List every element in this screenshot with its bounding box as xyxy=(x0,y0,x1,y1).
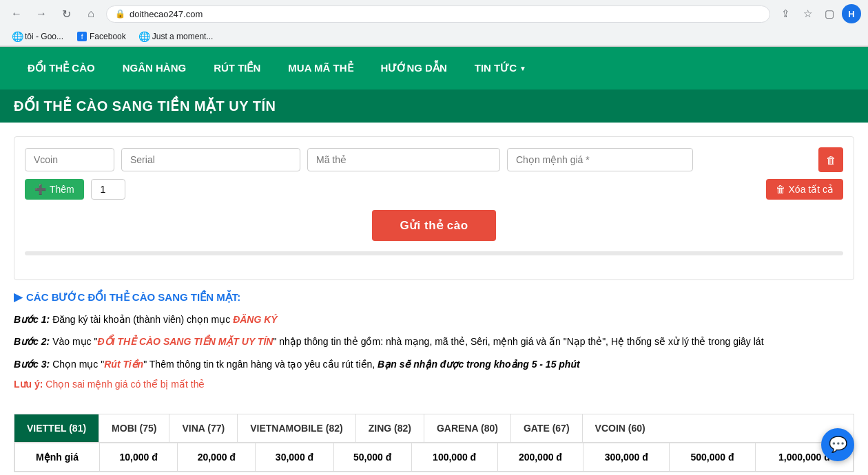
them-icon: ➕ xyxy=(34,184,46,195)
luu-y-text: Chọn sai mệnh giá có thể bị mất thẻ xyxy=(45,379,205,390)
form-row-inputs: 🗑 xyxy=(25,147,843,172)
nav-item-rut-tien: RÚT TIỀN xyxy=(200,47,274,89)
rates-table: Mệnh giá 10,000 đ 20,000 đ 30,000 đ 50,0… xyxy=(14,443,854,472)
nav-item-huong-dan: HƯỚNG DẪN xyxy=(367,47,461,89)
chat-bubble[interactable]: 💬 xyxy=(821,428,854,461)
nav-label-doi-the-cao: ĐỔI THẺ CÀO xyxy=(28,62,95,74)
tab-mobi-label: MOBI (75) xyxy=(112,423,156,434)
nav-link-ngan-hang[interactable]: NGÂN HÀNG xyxy=(109,47,200,89)
instructions: ▶ CÁC BƯỚC ĐỔI THẺ CÀO SANG TIỀN MẶT: Bư… xyxy=(14,291,854,400)
bookmark-facebook-label: Facebook xyxy=(90,32,126,41)
nav-item-doi-the-cao: ĐỔI THẺ CÀO xyxy=(14,47,109,89)
nav-label-ngan-hang: NGÂN HÀNG xyxy=(123,62,187,74)
refresh-button[interactable]: ↻ xyxy=(56,4,76,23)
bookmark-google-label: tôi - Goo... xyxy=(25,32,63,41)
nav-link-tin-tuc[interactable]: TIN TỨC ▼ xyxy=(461,47,540,89)
tin-tuc-dropdown-icon: ▼ xyxy=(519,65,526,72)
back-button[interactable]: ← xyxy=(7,4,26,23)
step2-text1: Vào mục " xyxy=(52,336,97,347)
address-bar[interactable]: 🔒 doithecao247.com xyxy=(106,6,770,23)
submit-wrap: Gửi thẻ cào xyxy=(25,210,843,241)
bookmark-moment-label: Just a moment... xyxy=(152,32,214,41)
step3-bold: Bước 3: xyxy=(14,359,50,370)
xoa-tat-ca-button[interactable]: 🗑 Xóa tất cả xyxy=(766,179,843,200)
nav-link-rut-tien[interactable]: RÚT TIỀN xyxy=(200,47,274,89)
bookmark-button[interactable]: ☆ xyxy=(798,4,817,23)
xoa-icon: 🗑 xyxy=(776,184,785,195)
serial-input[interactable] xyxy=(121,148,300,171)
step1-bold: Bước 1: xyxy=(14,314,50,325)
profile-button[interactable]: H xyxy=(842,4,861,23)
bookmark-moment[interactable]: 🌐 Just a moment... xyxy=(134,30,219,43)
delete-row-button[interactable]: 🗑 xyxy=(818,147,843,172)
tab-viettel[interactable]: VIETTEL (81) xyxy=(14,414,99,442)
website: ĐỔI THẺ CÀO NGÂN HÀNG RÚT TIỀN MUA MÃ TH… xyxy=(0,47,868,475)
browser-actions: ⇪ ☆ ▢ H xyxy=(776,4,861,23)
tab-vietnamobile-label: VIETNAMOBILE (82) xyxy=(250,423,343,434)
tab-zing[interactable]: ZING (82) xyxy=(356,414,424,442)
mathe-input[interactable] xyxy=(307,148,500,171)
step3-text2: " Thêm thông tin tk ngân hàng và tạo yêu… xyxy=(143,359,579,370)
nav-label-rut-tien: RÚT TIỀN xyxy=(214,62,260,74)
col-header-300k: 300,000 đ xyxy=(583,443,670,472)
share-button[interactable]: ⇪ xyxy=(776,4,795,23)
tab-garena[interactable]: GARENA (80) xyxy=(424,414,511,442)
step1-normal: Đăng ký tài khoản (thành viên) chọn mục xyxy=(52,314,233,325)
tabs-header: VIETTEL (81) MOBI (75) VINA (77) VIETNAM… xyxy=(14,414,854,443)
ssl-lock-icon: 🔒 xyxy=(115,9,125,19)
col-header-50k: 50,000 đ xyxy=(333,443,411,472)
tab-viettel-label: VIETTEL (81) xyxy=(27,423,86,434)
forward-button[interactable]: → xyxy=(32,4,51,23)
col-header-500k: 500,000 đ xyxy=(670,443,756,472)
step-3: Bước 3: Chọn mục "Rút Tiền" Thêm thông t… xyxy=(14,357,854,372)
bookmark-google[interactable]: 🌐 tôi - Goo... xyxy=(7,30,69,43)
menhgia-input[interactable] xyxy=(507,148,693,171)
nav-label-tin-tuc: TIN TỨC xyxy=(475,62,517,74)
instructions-title: ▶ CÁC BƯỚC ĐỔI THẺ CÀO SANG TIỀN MẶT: xyxy=(14,291,854,304)
tab-garena-label: GARENA (80) xyxy=(437,423,498,434)
nav-item-tin-tuc: TIN TỨC ▼ xyxy=(461,47,540,89)
step2-highlight: ĐỔI THẺ CÀO SANG TIỀN MẶT UY TÍN xyxy=(97,336,273,347)
step3-highlight: Rút Tiền xyxy=(104,359,143,370)
step1-highlight: ĐĂNG KÝ xyxy=(233,314,278,325)
tab-vcoin[interactable]: VCOIN (60) xyxy=(583,414,658,442)
form-actions: ➕ Thêm 🗑 Xóa tất cả xyxy=(25,179,843,200)
home-button[interactable]: ⌂ xyxy=(81,4,101,23)
moment-icon: 🌐 xyxy=(140,32,149,41)
step-2: Bước 2: Vào mục "ĐỔI THẺ CÀO SANG TIỀN M… xyxy=(14,334,854,349)
step3-text1: Chọn mục " xyxy=(52,359,104,370)
main-content: 🗑 ➕ Thêm 🗑 Xóa tất cả Gửi thẻ cào xyxy=(0,123,868,475)
nav-link-mua-ma-the[interactable]: MUA MÃ THẺ xyxy=(274,47,366,89)
bookmarks-bar: 🌐 tôi - Goo... f Facebook 🌐 Just a momen… xyxy=(0,28,868,46)
nav-label-mua-ma-the: MUA MÃ THẺ xyxy=(288,62,353,74)
window-button[interactable]: ▢ xyxy=(820,4,839,23)
them-button[interactable]: ➕ Thêm xyxy=(25,179,84,200)
page-title: ĐỔI THẺ CÀO SANG TIỀN MẶT UY TÍN xyxy=(14,98,854,114)
card-count-input[interactable] xyxy=(91,179,125,200)
step2-bold: Bước 2: xyxy=(14,336,50,347)
gui-the-label: Gửi thẻ cào xyxy=(400,219,468,232)
bookmark-facebook[interactable]: f Facebook xyxy=(72,30,132,43)
tab-vina[interactable]: VINA (77) xyxy=(169,414,238,442)
progress-bar xyxy=(25,251,843,255)
tab-vietnamobile[interactable]: VIETNAMOBILE (82) xyxy=(238,414,356,442)
nav-link-huong-dan[interactable]: HƯỚNG DẪN xyxy=(367,47,461,89)
luu-y: Lưu ý: Chọn sai mệnh giá có thể bị mất t… xyxy=(14,379,854,390)
xoa-label: Xóa tất cả xyxy=(789,184,834,195)
nav-link-doi-the-cao[interactable]: ĐỔI THẺ CÀO xyxy=(14,47,109,89)
gui-the-button[interactable]: Gửi thẻ cào xyxy=(372,210,495,241)
nav-item-mua-ma-the: MUA MÃ THẺ xyxy=(274,47,366,89)
instructions-title-text: CÁC BƯỚC ĐỔI THẺ CÀO SANG TIỀN MẶT: xyxy=(26,291,240,304)
tab-mobi[interactable]: MOBI (75) xyxy=(99,414,169,442)
nav-item-ngan-hang: NGÂN HÀNG xyxy=(109,47,200,89)
delete-icon: 🗑 xyxy=(826,154,836,166)
tab-gate[interactable]: GATE (67) xyxy=(511,414,583,442)
browser-chrome: ← → ↻ ⌂ 🔒 doithecao247.com ⇪ ☆ ▢ H 🌐 tôi… xyxy=(0,0,868,47)
col-header-menhgia: Mệnh giá xyxy=(15,443,100,472)
col-header-30k: 30,000 đ xyxy=(256,443,333,472)
network-input[interactable] xyxy=(25,148,114,171)
browser-toolbar: ← → ↻ ⌂ 🔒 doithecao247.com ⇪ ☆ ▢ H xyxy=(0,0,868,28)
col-header-200k: 200,000 đ xyxy=(497,443,583,472)
tabs-section: VIETTEL (81) MOBI (75) VINA (77) VIETNAM… xyxy=(14,414,854,472)
tab-gate-label: GATE (67) xyxy=(524,423,570,434)
